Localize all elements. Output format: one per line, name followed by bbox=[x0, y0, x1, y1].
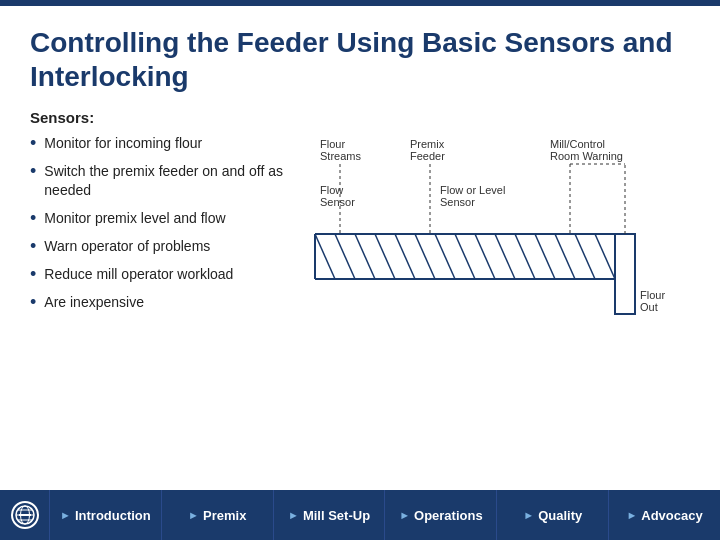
svg-line-16 bbox=[315, 234, 335, 279]
svg-text:Flour: Flour bbox=[640, 289, 665, 301]
svg-line-24 bbox=[475, 234, 495, 279]
nav-arrow-advocacy: ► bbox=[626, 509, 637, 521]
nav-item-introduction[interactable]: ► Introduction bbox=[50, 490, 162, 540]
list-item: Reduce mill operator workload bbox=[30, 265, 310, 283]
bullet-list: Monitor for incoming flour Switch the pr… bbox=[30, 134, 310, 408]
svg-line-30 bbox=[595, 234, 615, 279]
svg-text:Sensor: Sensor bbox=[440, 196, 475, 208]
svg-rect-32 bbox=[615, 234, 635, 314]
globe-icon bbox=[11, 501, 39, 529]
nav-label-introduction: Introduction bbox=[75, 508, 151, 523]
svg-line-28 bbox=[555, 234, 575, 279]
list-item: Monitor premix level and flow bbox=[30, 209, 310, 227]
nav-label-millsetup: Mill Set-Up bbox=[303, 508, 370, 523]
globe-container bbox=[0, 490, 50, 540]
globe-svg bbox=[14, 504, 36, 526]
content-wrapper: Monitor for incoming flour Switch the pr… bbox=[30, 134, 690, 408]
nav-arrow-operations: ► bbox=[399, 509, 410, 521]
nav-label-premix: Premix bbox=[203, 508, 246, 523]
svg-line-29 bbox=[575, 234, 595, 279]
nav-item-operations[interactable]: ► Operations bbox=[385, 490, 497, 540]
nav-item-quality[interactable]: ► Quality bbox=[497, 490, 609, 540]
svg-text:Flour: Flour bbox=[320, 138, 345, 150]
nav-label-quality: Quality bbox=[538, 508, 582, 523]
nav-label-advocacy: Advocacy bbox=[641, 508, 702, 523]
svg-point-39 bbox=[20, 506, 29, 524]
nav-arrow-introduction: ► bbox=[60, 509, 71, 521]
nav-items: ► Introduction ► Premix ► Mill Set-Up ► … bbox=[50, 490, 720, 540]
svg-line-19 bbox=[375, 234, 395, 279]
nav-arrow-millsetup: ► bbox=[288, 509, 299, 521]
svg-line-17 bbox=[335, 234, 355, 279]
svg-text:Streams: Streams bbox=[320, 150, 361, 162]
svg-text:Sensor: Sensor bbox=[320, 196, 355, 208]
svg-line-21 bbox=[415, 234, 435, 279]
diagram-svg: Flour Streams Premix Feeder Mill/Control… bbox=[310, 124, 690, 404]
svg-line-23 bbox=[455, 234, 475, 279]
svg-text:Mill/Control: Mill/Control bbox=[550, 138, 605, 150]
slide-title: Controlling the Feeder Using Basic Senso… bbox=[30, 26, 690, 93]
svg-text:Room Warning: Room Warning bbox=[550, 150, 623, 162]
svg-line-27 bbox=[535, 234, 555, 279]
nav-arrow-quality: ► bbox=[523, 509, 534, 521]
list-item: Monitor for incoming flour bbox=[30, 134, 310, 152]
svg-text:Feeder: Feeder bbox=[410, 150, 445, 162]
svg-text:Out: Out bbox=[640, 301, 658, 313]
svg-line-18 bbox=[355, 234, 375, 279]
list-item: Warn operator of problems bbox=[30, 237, 310, 255]
nav-item-millsetup[interactable]: ► Mill Set-Up bbox=[274, 490, 386, 540]
bottom-nav: ► Introduction ► Premix ► Mill Set-Up ► … bbox=[0, 490, 720, 540]
list-item: Are inexpensive bbox=[30, 293, 310, 311]
list-item: Switch the premix feeder on and off as n… bbox=[30, 162, 310, 198]
svg-line-22 bbox=[435, 234, 455, 279]
nav-item-advocacy[interactable]: ► Advocacy bbox=[609, 490, 720, 540]
nav-label-operations: Operations bbox=[414, 508, 483, 523]
svg-line-25 bbox=[495, 234, 515, 279]
nav-item-premix[interactable]: ► Premix bbox=[162, 490, 274, 540]
diagram-area: Flour Streams Premix Feeder Mill/Control… bbox=[310, 124, 690, 408]
svg-text:Flow: Flow bbox=[320, 184, 343, 196]
svg-text:Premix: Premix bbox=[410, 138, 445, 150]
main-content: Controlling the Feeder Using Basic Senso… bbox=[0, 6, 720, 476]
svg-line-26 bbox=[515, 234, 535, 279]
svg-text:Flow or Level: Flow or Level bbox=[440, 184, 505, 196]
nav-arrow-premix: ► bbox=[188, 509, 199, 521]
svg-line-20 bbox=[395, 234, 415, 279]
